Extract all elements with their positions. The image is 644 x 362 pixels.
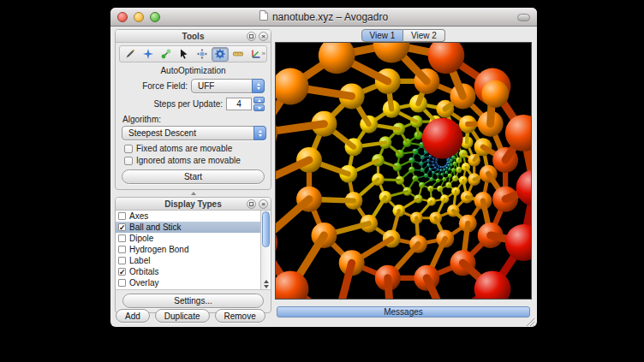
combo-arrows-icon — [253, 126, 266, 140]
display-type-checkbox[interactable]: ✓ — [118, 223, 126, 231]
display-type-row[interactable]: Dipole — [116, 233, 260, 244]
algorithm-label: Algorithm: — [122, 115, 271, 124]
tools-panel-header[interactable]: Tools × — [116, 30, 271, 43]
scroll-down-icon[interactable] — [264, 285, 269, 288]
force-field-select[interactable]: UFF — [191, 79, 265, 93]
fixed-atoms-checkbox[interactable] — [124, 145, 133, 153]
main-view-area: View 1 View 2 Messages — [275, 29, 532, 323]
display-type-checkbox[interactable] — [118, 234, 126, 242]
resize-grip-icon[interactable] — [525, 315, 535, 325]
display-type-label: Axes — [129, 211, 148, 221]
add-button[interactable]: Add — [116, 309, 150, 323]
desktop: { "window": { "title": "nanotube.xyz – A… — [0, 0, 644, 362]
ignored-atoms-checkbox[interactable] — [124, 157, 133, 165]
autooptimize-tool-icon[interactable] — [212, 47, 229, 62]
force-field-label: Force Field: — [142, 81, 188, 91]
display-type-row[interactable]: ✓Ball and Stick — [116, 222, 260, 233]
float-panel-icon[interactable] — [247, 32, 256, 41]
display-type-checkbox[interactable] — [118, 246, 126, 253]
close-panel-icon[interactable]: × — [259, 199, 268, 209]
avogadro-window: nanotube.xyz – Avogadro Tools × — [110, 8, 537, 327]
3d-viewport[interactable] — [275, 42, 532, 300]
duplicate-button[interactable]: Duplicate — [155, 309, 210, 323]
display-types-panel: Display Types × Axes✓Ball and StickDipol… — [115, 197, 271, 313]
tools-panel: Tools × — [115, 29, 271, 190]
display-types-title: Display Types — [164, 199, 222, 209]
steps-per-update-label: Steps per Update: — [153, 99, 223, 109]
step-up-button[interactable] — [253, 97, 265, 104]
display-type-label: Ball and Stick — [129, 223, 182, 232]
display-type-label: Dipole — [129, 234, 153, 243]
window-title: nanotube.xyz – Avogadro — [272, 11, 388, 23]
combo-arrows-icon — [252, 79, 265, 93]
view-tabs: View 1 View 2 — [275, 29, 532, 42]
start-button[interactable]: Start — [122, 169, 265, 184]
dock-splitter[interactable] — [115, 190, 271, 197]
display-type-checkbox[interactable]: ✓ — [118, 268, 126, 276]
close-window-button[interactable] — [117, 12, 128, 22]
window-content: Tools × — [110, 27, 537, 327]
float-panel-icon[interactable] — [247, 199, 256, 209]
algorithm-select[interactable]: Steepest Descent — [122, 126, 266, 140]
step-down-button[interactable] — [253, 104, 265, 111]
navigate-tool-icon[interactable] — [140, 47, 157, 62]
display-types-panel-header[interactable]: Display Types × — [116, 198, 271, 211]
display-type-label: Overlay — [129, 278, 158, 288]
nanotube-render — [276, 43, 531, 299]
tools-panel-title: Tools — [182, 32, 205, 41]
manipulate-tool-icon[interactable] — [194, 47, 211, 62]
selection-tool-icon[interactable] — [176, 47, 193, 62]
display-type-row[interactable]: Axes — [116, 211, 260, 222]
display-types-list: Axes✓Ball and StickDipoleHydrogen BondLa… — [116, 211, 271, 290]
steps-per-update-stepper: 4 — [226, 97, 265, 111]
document-icon — [259, 10, 268, 23]
active-tool-title: AutoOptimization — [116, 66, 271, 75]
close-panel-icon[interactable]: × — [259, 32, 268, 41]
display-type-row[interactable]: ✓Orbitals — [116, 266, 260, 277]
toolbar-overflow-icon[interactable]: » — [262, 50, 265, 57]
display-type-row[interactable]: Label — [116, 255, 260, 266]
remove-button[interactable]: Remove — [215, 309, 265, 323]
window-titlebar[interactable]: nanotube.xyz – Avogadro — [110, 8, 537, 27]
bond-centric-tool-icon[interactable] — [158, 47, 175, 62]
settings-button[interactable]: Settings... — [122, 294, 264, 308]
measure-tool-icon[interactable] — [230, 47, 247, 62]
display-type-row[interactable]: Overlay — [116, 277, 260, 288]
ignored-atoms-label: Ignored atoms are movable — [136, 156, 241, 165]
toolbar-toggle-button[interactable] — [517, 14, 530, 21]
zoom-window-button[interactable] — [150, 12, 160, 22]
display-type-label: Hydrogen Bond — [129, 245, 189, 254]
left-dock-area: Tools × — [115, 29, 271, 323]
display-type-checkbox[interactable] — [118, 257, 126, 264]
tab-view-2[interactable]: View 2 — [403, 29, 445, 42]
scrollbar[interactable] — [260, 211, 271, 289]
scroll-up-icon[interactable] — [264, 280, 269, 283]
display-type-checkbox[interactable] — [118, 212, 126, 220]
display-type-checkbox[interactable] — [118, 279, 126, 287]
tab-view-1[interactable]: View 1 — [361, 29, 403, 42]
minimize-window-button[interactable] — [134, 12, 144, 22]
display-type-label: Label — [129, 256, 150, 265]
scrollbar-thumb[interactable] — [262, 211, 270, 247]
messages-button[interactable]: Messages — [277, 306, 530, 317]
display-type-label: Orbitals — [129, 267, 158, 276]
display-type-row[interactable]: Hydrogen Bond — [116, 244, 260, 255]
tools-toolbar: » — [119, 45, 267, 62]
fixed-atoms-label: Fixed atoms are movable — [136, 144, 232, 153]
draw-tool-icon[interactable] — [122, 47, 139, 62]
steps-per-update-field[interactable]: 4 — [226, 98, 252, 110]
